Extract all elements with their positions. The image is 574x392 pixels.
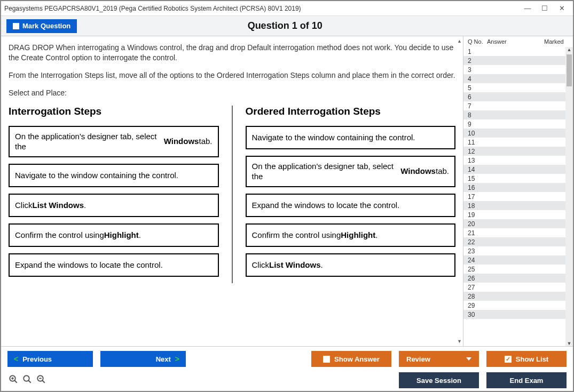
col-answer: Answer bbox=[487, 38, 544, 45]
list-item[interactable]: 11 bbox=[463, 138, 573, 147]
question-number: 7 bbox=[468, 102, 487, 110]
list-item[interactable]: 3 bbox=[463, 65, 573, 74]
question-number: 15 bbox=[468, 175, 487, 182]
question-list[interactable]: ▲ ▼ 123456789101112131415161718192021222… bbox=[463, 47, 573, 346]
scroll-up-icon[interactable]: ▲ bbox=[457, 38, 462, 44]
list-item[interactable]: 25 bbox=[463, 265, 573, 274]
scroll-up-icon[interactable]: ▲ bbox=[565, 47, 573, 52]
list-item[interactable]: 18 bbox=[463, 201, 573, 210]
question-number: 16 bbox=[468, 184, 487, 191]
next-button[interactable]: Next > bbox=[100, 351, 186, 367]
target-item[interactable]: Expand the windows to locate the control… bbox=[246, 194, 456, 217]
show-list-label: Show List bbox=[516, 355, 548, 363]
target-item[interactable]: Navigate to the window containing the co… bbox=[246, 126, 456, 149]
next-label: Next bbox=[156, 355, 171, 363]
scroll-down-icon[interactable]: ▼ bbox=[457, 339, 462, 344]
svg-line-7 bbox=[42, 380, 45, 383]
list-item[interactable]: 24 bbox=[463, 255, 573, 265]
titlebar: Pegasystems PEGAPCRSA80V1_2019 (Pega Cer… bbox=[1, 1, 573, 16]
show-answer-button[interactable]: Show Answer bbox=[311, 351, 391, 367]
question-number: 20 bbox=[468, 220, 487, 228]
list-item[interactable]: 22 bbox=[463, 237, 573, 246]
question-number: 5 bbox=[468, 84, 487, 92]
list-item[interactable]: 2 bbox=[463, 56, 573, 65]
checkbox-icon bbox=[323, 356, 330, 363]
question-number: 2 bbox=[468, 57, 487, 65]
zoom-reset-icon[interactable] bbox=[22, 374, 32, 387]
show-list-button[interactable]: ✓ Show List bbox=[486, 351, 567, 367]
list-item[interactable]: 1 bbox=[463, 47, 573, 56]
question-para-1: DRAG DROP When interrogating a Windows c… bbox=[9, 43, 455, 63]
col-marked: Marked bbox=[544, 38, 573, 45]
zoom-in-icon[interactable] bbox=[9, 374, 18, 387]
list-item[interactable]: 23 bbox=[463, 246, 573, 255]
list-item[interactable]: 9 bbox=[463, 119, 573, 129]
scroll-down-icon[interactable]: ▼ bbox=[565, 341, 573, 346]
source-item[interactable]: On the application's designer tab, selec… bbox=[9, 126, 219, 157]
mark-question-button[interactable]: Mark Question bbox=[6, 19, 77, 33]
drag-drop-area: Interrogation Steps On the application's… bbox=[9, 106, 455, 283]
list-item[interactable]: 12 bbox=[463, 147, 573, 156]
zoom-out-icon[interactable] bbox=[36, 374, 46, 387]
list-item[interactable]: 6 bbox=[463, 92, 573, 101]
source-item[interactable]: Navigate to the window containing the co… bbox=[9, 164, 219, 187]
previous-button[interactable]: < Previous bbox=[7, 351, 93, 367]
chevron-right-icon: > bbox=[175, 355, 179, 363]
question-number: 24 bbox=[468, 257, 487, 264]
list-item[interactable]: 5 bbox=[463, 83, 573, 92]
checkbox-checked-icon: ✓ bbox=[505, 356, 512, 363]
maximize-icon[interactable]: ☐ bbox=[541, 5, 548, 12]
list-item[interactable]: 26 bbox=[463, 274, 573, 283]
question-number: 1 bbox=[468, 48, 487, 55]
list-item[interactable]: 7 bbox=[463, 101, 573, 110]
list-item[interactable]: 14 bbox=[463, 165, 573, 174]
list-item[interactable]: 16 bbox=[463, 183, 573, 192]
question-number: 25 bbox=[468, 266, 487, 273]
question-number: 27 bbox=[468, 284, 487, 291]
question-number: 11 bbox=[468, 139, 487, 146]
close-icon[interactable]: ✕ bbox=[558, 5, 565, 12]
target-item[interactable]: Click List Windows. bbox=[246, 253, 456, 277]
question-number: 18 bbox=[468, 202, 487, 210]
review-button[interactable]: Review bbox=[399, 351, 479, 367]
source-item[interactable]: Confirm the control using Highlight. bbox=[9, 223, 219, 247]
minimize-icon[interactable]: — bbox=[524, 5, 531, 12]
scroll-thumb[interactable] bbox=[567, 54, 572, 86]
list-item[interactable]: 29 bbox=[463, 301, 573, 310]
question-number: 28 bbox=[468, 293, 487, 300]
list-scrollbar[interactable]: ▲ ▼ bbox=[565, 47, 573, 346]
question-number: 17 bbox=[468, 193, 487, 201]
column-divider bbox=[232, 106, 233, 283]
target-item[interactable]: On the application's designer tab, selec… bbox=[246, 156, 456, 187]
list-item[interactable]: 19 bbox=[463, 210, 573, 219]
list-item[interactable]: 27 bbox=[463, 283, 573, 292]
source-item[interactable]: Expand the windows to locate the control… bbox=[9, 253, 219, 277]
target-item[interactable]: Confirm the control using Highlight. bbox=[246, 223, 456, 247]
question-scroll[interactable]: DRAG DROP When interrogating a Windows c… bbox=[1, 36, 463, 346]
list-item[interactable]: 10 bbox=[463, 129, 573, 138]
target-title: Ordered Interrogation Steps bbox=[246, 106, 456, 117]
list-item[interactable]: 13 bbox=[463, 156, 573, 165]
question-number: 29 bbox=[468, 302, 487, 309]
list-item[interactable]: 4 bbox=[463, 74, 573, 83]
question-para-2: From the Interrogation Steps list, move … bbox=[9, 70, 455, 81]
list-item[interactable]: 20 bbox=[463, 219, 573, 228]
question-number: 10 bbox=[468, 130, 487, 137]
question-number: 4 bbox=[468, 75, 487, 83]
question-number: 6 bbox=[468, 93, 487, 101]
list-item[interactable]: 30 bbox=[463, 310, 573, 319]
end-exam-button[interactable]: End Exam bbox=[486, 372, 567, 388]
list-item[interactable]: 17 bbox=[463, 192, 573, 201]
source-item[interactable]: Click List Windows. bbox=[9, 194, 219, 217]
col-qno: Q No. bbox=[468, 38, 487, 45]
list-item[interactable]: 15 bbox=[463, 174, 573, 183]
list-item[interactable]: 8 bbox=[463, 110, 573, 119]
save-session-button[interactable]: Save Session bbox=[399, 372, 479, 388]
svg-line-5 bbox=[28, 380, 31, 383]
footer: < Previous Next > Show Answer Review ✓ S… bbox=[1, 346, 573, 391]
question-number: 22 bbox=[468, 238, 487, 246]
save-session-label: Save Session bbox=[416, 377, 461, 385]
list-item[interactable]: 21 bbox=[463, 228, 573, 237]
list-item[interactable]: 28 bbox=[463, 292, 573, 301]
svg-point-4 bbox=[23, 375, 29, 381]
